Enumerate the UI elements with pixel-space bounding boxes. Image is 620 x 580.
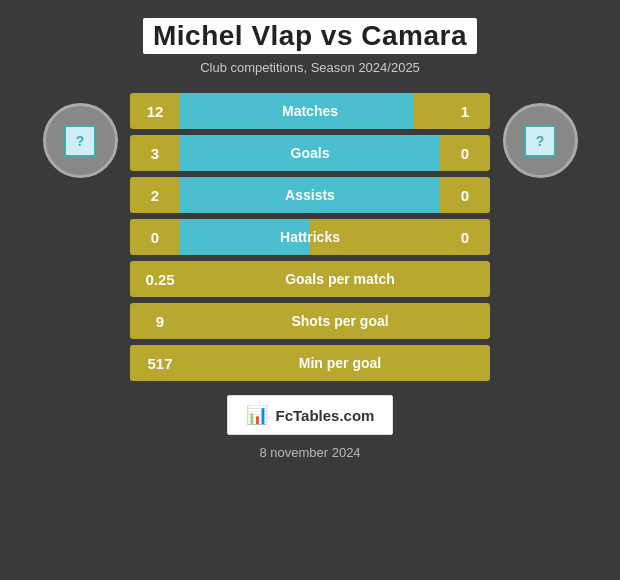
header: Michel Vlap vs Camara Club competitions,… <box>0 0 620 83</box>
main-content: ? 12Matches13Goals02Assists00Hattricks00… <box>0 83 620 381</box>
stat-row-goals: 3Goals0 <box>130 135 490 171</box>
stat-left-val-assists: 2 <box>130 177 180 213</box>
player-right-card: ? <box>490 93 590 178</box>
stat-label-min-per-goal: Min per goal <box>299 355 381 371</box>
stat-left-val-shots-per-goal: 9 <box>130 303 190 339</box>
stat-left-val-goals: 3 <box>130 135 180 171</box>
stat-right-val-goals: 0 <box>440 135 490 171</box>
stat-label-area-goals-per-match: Goals per match <box>190 261 490 297</box>
stat-label-area-shots-per-goal: Shots per goal <box>190 303 490 339</box>
logo-area: 📊 FcTables.com <box>227 395 394 435</box>
subtitle: Club competitions, Season 2024/2025 <box>10 60 610 75</box>
stat-label-goals-per-match: Goals per match <box>285 271 395 287</box>
stat-left-val-min-per-goal: 517 <box>130 345 190 381</box>
stat-left-val-matches: 12 <box>130 93 180 129</box>
stat-label-area-assists: Assists <box>180 177 440 213</box>
stat-right-val-matches: 1 <box>440 93 490 129</box>
player-left-card: ? <box>30 93 130 178</box>
stat-label-matches: Matches <box>282 103 338 119</box>
stat-row-min-per-goal: 517Min per goal <box>130 345 490 381</box>
stat-label-area-matches: Matches <box>180 93 440 129</box>
avatar-placeholder-left: ? <box>64 125 96 157</box>
stat-row-assists: 2Assists0 <box>130 177 490 213</box>
date-text: 8 november 2024 <box>259 445 360 460</box>
stat-left-val-goals-per-match: 0.25 <box>130 261 190 297</box>
stat-row-matches: 12Matches1 <box>130 93 490 129</box>
logo-icon: 📊 <box>246 404 268 426</box>
stat-row-hattricks: 0Hattricks0 <box>130 219 490 255</box>
stat-label-area-goals: Goals <box>180 135 440 171</box>
stat-label-hattricks: Hattricks <box>280 229 340 245</box>
stat-row-goals-per-match: 0.25Goals per match <box>130 261 490 297</box>
stat-label-area-min-per-goal: Min per goal <box>190 345 490 381</box>
stat-label-shots-per-goal: Shots per goal <box>291 313 388 329</box>
stat-right-val-hattricks: 0 <box>440 219 490 255</box>
stat-label-assists: Assists <box>285 187 335 203</box>
logo-text: FcTables.com <box>276 407 375 424</box>
stat-label-area-hattricks: Hattricks <box>180 219 440 255</box>
player-left-avatar: ? <box>43 103 118 178</box>
stats-container: 12Matches13Goals02Assists00Hattricks00.2… <box>130 93 490 381</box>
stat-right-val-assists: 0 <box>440 177 490 213</box>
stat-label-goals: Goals <box>291 145 330 161</box>
stat-left-val-hattricks: 0 <box>130 219 180 255</box>
player-right-avatar: ? <box>503 103 578 178</box>
page-title: Michel Vlap vs Camara <box>143 18 477 54</box>
avatar-placeholder-right: ? <box>524 125 556 157</box>
stat-row-shots-per-goal: 9Shots per goal <box>130 303 490 339</box>
